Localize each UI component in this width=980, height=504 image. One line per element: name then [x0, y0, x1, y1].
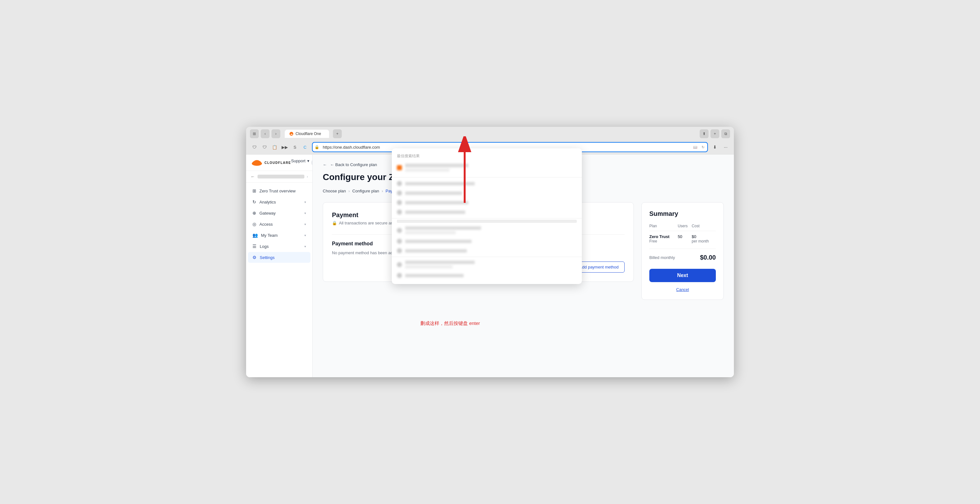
account-back-icon: ←	[251, 174, 255, 179]
sidebar-account-item[interactable]: ← ›	[246, 171, 312, 183]
sidebar-item-logs[interactable]: ☰ Logs ▾	[248, 241, 310, 252]
browser-tab[interactable]: ☁ Cloudflare One	[285, 130, 329, 138]
ac-favicon-5	[397, 209, 402, 215]
ac-favicon-6	[397, 228, 402, 233]
ac-favicon-1	[397, 165, 402, 170]
cf-logo-text: CLOUDFLARE	[264, 161, 291, 164]
ac-favicon-7	[397, 239, 402, 244]
breadcrumb-sep-2: ›	[382, 188, 383, 193]
plan-name: Zero Trust	[649, 234, 678, 239]
add-bookmark-btn[interactable]: +	[710, 129, 719, 138]
autocomplete-item-1[interactable]	[392, 161, 582, 174]
ac-text-6	[405, 226, 481, 230]
autocomplete-item-4[interactable]	[392, 198, 582, 207]
team-icon: 👥	[253, 233, 258, 238]
autocomplete-item-6[interactable]	[392, 224, 582, 236]
settings-icon: ⚙	[253, 255, 256, 260]
svg-text:☁: ☁	[290, 132, 293, 136]
sidebar-item-gateway[interactable]: ⊕ Gateway ▾	[248, 207, 310, 219]
ac-favicon-4	[397, 200, 402, 205]
chinese-annotation: 删成这样，然后按键盘 enter	[420, 321, 480, 327]
downloads-btn[interactable]: ⬇	[710, 143, 719, 152]
summary-panel: Summary Plan Users Cost	[641, 202, 724, 300]
cost-value: $0	[692, 234, 716, 239]
ac-section-label-1	[392, 174, 582, 176]
breadcrumb-sep-1: ›	[348, 188, 350, 193]
ac-separator-3	[392, 257, 582, 257]
cf-cloud-icon	[251, 159, 262, 166]
extension-icon-3[interactable]: ▶▶	[280, 143, 289, 152]
breadcrumb-configure-plan: Configure plan	[352, 188, 379, 193]
back-btn[interactable]: ‹	[261, 129, 270, 138]
windows-btn[interactable]: ⧉	[721, 129, 730, 138]
autocomplete-item-7[interactable]	[392, 236, 582, 246]
extension-icon-5[interactable]: C	[301, 143, 309, 152]
autocomplete-item-10[interactable]	[392, 271, 582, 280]
grid-icon: ⊞	[253, 188, 256, 193]
sidebar-item-my-team[interactable]: 👥 My Team ▾	[248, 230, 310, 241]
sidebar-toggle-btn[interactable]: ⊞	[250, 129, 259, 138]
account-chevron: ›	[307, 175, 308, 179]
ac-favicon-8	[397, 248, 402, 253]
refresh-btn[interactable]: ↻	[700, 144, 706, 150]
more-btn[interactable]: ···	[721, 143, 730, 152]
logs-chevron: ▾	[304, 245, 306, 248]
next-button[interactable]: Next	[649, 269, 716, 282]
ac-text-1	[405, 164, 468, 172]
forward-btn[interactable]: ›	[272, 129, 280, 138]
autocomplete-header: 最佳搜索结果	[392, 152, 582, 161]
extension-icon-1[interactable]: 🛡	[260, 143, 269, 152]
sidebar-item-zero-trust-overview[interactable]: ⊞ Zero Trust overview	[248, 185, 310, 196]
ac-favicon-10	[397, 273, 402, 278]
lock-icon-small: 🔒	[332, 221, 337, 225]
account-name	[258, 175, 304, 179]
support-chevron[interactable]: ▾	[307, 158, 309, 167]
gateway-icon: ⊕	[253, 211, 256, 215]
summary-divider	[649, 249, 716, 249]
autocomplete-dropdown: 最佳搜索结果	[392, 148, 582, 284]
sidebar-item-settings[interactable]: ⚙ Settings	[248, 252, 310, 263]
sidebar-top-actions: Support ▾ 👤	[291, 158, 313, 167]
reader-mode-btn[interactable]: 📖	[692, 144, 698, 150]
access-icon: ◎	[253, 222, 256, 226]
summary-billed-row: Billed monthly $0.00	[649, 254, 716, 261]
autocomplete-item-2[interactable]	[392, 179, 582, 188]
summary-title: Summary	[649, 210, 716, 217]
billed-label: Billed monthly	[649, 255, 675, 260]
autocomplete-item-5[interactable]	[392, 207, 582, 217]
autocomplete-item-8[interactable]	[392, 246, 582, 255]
support-label[interactable]: Support	[291, 158, 305, 167]
ac-section-label-2	[397, 220, 577, 223]
plan-cell: Zero Trust Free	[649, 231, 678, 244]
autocomplete-item-3[interactable]	[392, 188, 582, 198]
col-users: Users	[678, 224, 692, 231]
new-tab-btn[interactable]: +	[333, 129, 342, 138]
ac-text-5	[405, 211, 465, 214]
share-btn[interactable]: ⬆	[700, 129, 708, 138]
ac-url-9	[405, 265, 453, 268]
breadcrumb-choose-plan: Choose plan	[323, 188, 346, 193]
cancel-link[interactable]: Cancel	[649, 287, 716, 292]
extension-icon-4[interactable]: S	[290, 143, 299, 152]
back-arrow: ←	[323, 162, 327, 167]
extension-icon-2[interactable]: 📋	[270, 143, 279, 152]
right-toolbar: ⬇ ···	[710, 143, 730, 152]
shield-icon-btn[interactable]: 🛡	[250, 143, 259, 152]
sidebar-top: CLOUDFLARE Support ▾ 👤	[246, 155, 312, 171]
tab-favicon: ☁	[289, 132, 294, 136]
ac-text-8	[405, 249, 467, 253]
sidebar: CLOUDFLARE Support ▾ 👤 ← › ⊞ Zero Trust …	[246, 155, 313, 377]
sidebar-item-access[interactable]: ◎ Access ▾	[248, 219, 310, 230]
ac-url-6	[405, 231, 456, 234]
analytics-icon: ↻	[253, 199, 256, 204]
ac-text-9	[405, 260, 475, 264]
ac-text-7	[405, 240, 472, 243]
sidebar-item-analytics[interactable]: ↻ Analytics ▾	[248, 196, 310, 207]
lock-icon: 🔒	[315, 145, 319, 149]
summary-footer: Next Cancel	[649, 269, 716, 292]
logs-icon: ☰	[253, 244, 256, 249]
ac-favicon-9	[397, 262, 402, 267]
gateway-chevron: ▾	[304, 211, 306, 215]
autocomplete-item-9[interactable]	[392, 258, 582, 271]
summary-table: Plan Users Cost Zero Trust Free	[649, 224, 716, 244]
